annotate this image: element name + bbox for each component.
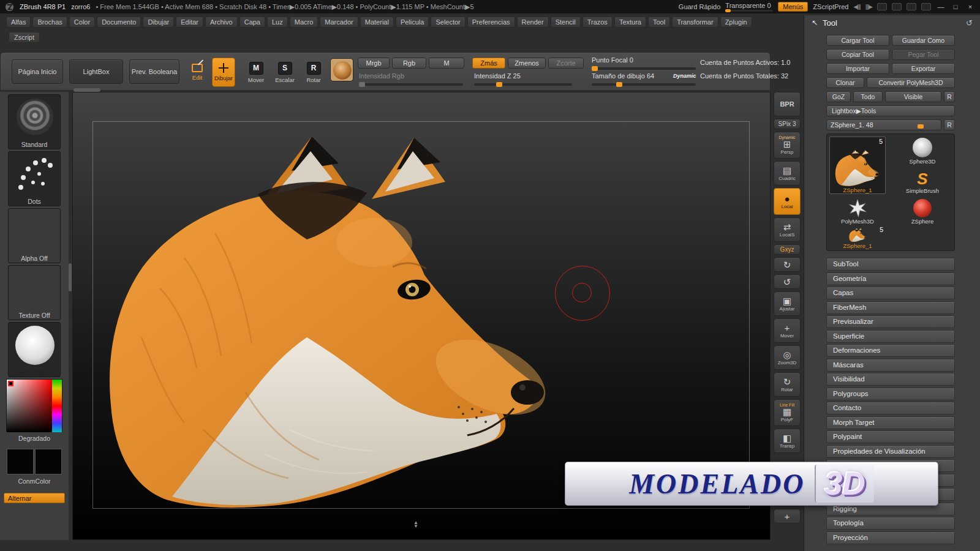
tool-name-slider[interactable]: ZSphere_1. 48	[826, 119, 941, 130]
escalar-button[interactable]: S Escalar	[273, 58, 296, 87]
section-previsualizar[interactable]: Previsualizar	[826, 315, 955, 328]
menu-stencil[interactable]: Stencil	[551, 17, 581, 28]
section-propiedades-visualizacion[interactable]: Propiedades de Visualización	[826, 445, 955, 458]
color-picker[interactable]	[6, 379, 62, 432]
menu-zplugin[interactable]: Zplugin	[720, 17, 752, 28]
alternar-button[interactable]: Alternar	[4, 493, 65, 503]
menu-editar[interactable]: Editar	[176, 17, 203, 28]
rotar-view-button[interactable]: ↻ Rotar	[774, 372, 801, 397]
tool-palette-header[interactable]: ↖ Tool ↺	[804, 15, 980, 30]
ajustar-button[interactable]: ▣ Ajustar	[774, 291, 801, 316]
menu-material[interactable]: Material	[360, 17, 394, 28]
section-capas[interactable]: Capas	[826, 287, 955, 299]
section-topologia[interactable]: Topología	[826, 517, 955, 530]
transparent-slider-dot[interactable]	[725, 9, 731, 12]
left-tray-divider-handle[interactable]	[69, 263, 72, 291]
goz-r-button[interactable]: R	[944, 91, 955, 102]
menus-button[interactable]: Menús	[778, 2, 808, 12]
convertir-polymesh3d-button[interactable]: Convertir PolyMesh3D	[867, 77, 955, 88]
tool-slider-r-button[interactable]: R	[944, 119, 955, 130]
section-visibilidad[interactable]: Visibilidad	[826, 373, 955, 386]
menu-marcador[interactable]: Marcador	[320, 17, 358, 28]
secondary-color-swatch[interactable]	[35, 449, 62, 474]
main-color-swatch[interactable]	[7, 449, 34, 474]
zsphere1-small-tool[interactable]: 5 ZSphere_1	[829, 226, 886, 249]
transparent-slider[interactable]: Transparente 0	[725, 2, 773, 12]
tray-collapse-right-icon[interactable]: ||||▶	[865, 4, 872, 10]
brush-selector[interactable]: Standard	[8, 94, 61, 149]
section-subtool[interactable]: SubTool	[826, 258, 955, 271]
close-button[interactable]: ×	[965, 3, 975, 10]
menu-transformar[interactable]: Transformar	[672, 17, 718, 28]
section-polygroups[interactable]: Polygroups	[826, 388, 955, 400]
importar-button[interactable]: Importar	[826, 63, 889, 74]
mrgb-button[interactable]: Mrgb	[358, 58, 390, 69]
alpha-selector[interactable]: Alpha Off	[8, 208, 61, 263]
rotar-button[interactable]: R Rotar	[302, 58, 325, 87]
cuadric-button[interactable]: ▤ Cuadric	[774, 161, 801, 186]
restore-config-icon[interactable]: ↺	[966, 18, 973, 28]
section-geometria[interactable]: Geometría	[826, 272, 955, 285]
menu-capa[interactable]: Capa	[239, 17, 265, 28]
persp-button[interactable]: Dynamic ⊞ Persp	[774, 132, 801, 159]
polyf-button[interactable]: Line Fill ▦ PolyF	[774, 399, 801, 426]
spix-slider[interactable]: SPix 3	[774, 119, 801, 129]
menu-selector[interactable]: Selector	[431, 17, 465, 28]
menu-zscript[interactable]: Zscript	[9, 32, 40, 43]
locals-button[interactable]: ⇄ LocalS	[774, 217, 801, 242]
menu-render[interactable]: Render	[517, 17, 549, 28]
edit-button[interactable]: Edit	[186, 58, 209, 87]
zoom3d-button[interactable]: ◎ Zoom3D	[774, 345, 801, 370]
copiar-tool-button[interactable]: Copiar Tool	[826, 49, 889, 60]
rotate-cw-button[interactable]: ↻	[774, 257, 801, 272]
zmenos-button[interactable]: Zmenos	[508, 58, 546, 69]
zscript-pred-button[interactable]: ZScriptPred	[813, 3, 848, 10]
menu-preferencias[interactable]: Preferencias	[467, 17, 515, 28]
menu-brochas[interactable]: Brochas	[32, 17, 67, 28]
visible-button[interactable]: Visible	[885, 91, 941, 102]
menu-macro[interactable]: Macro	[290, 17, 318, 28]
texture-selector[interactable]: Texture Off	[8, 265, 61, 320]
rotate-ccw-button[interactable]: ↺	[774, 274, 801, 289]
guardar-como-button[interactable]: Guardar Como	[892, 35, 955, 46]
section-morph-target[interactable]: Morph Target	[826, 416, 955, 429]
transp-button[interactable]: ◧ Transp	[774, 429, 801, 453]
section-polypaint[interactable]: Polypaint	[826, 430, 955, 443]
minimize-button[interactable]: —	[936, 3, 946, 10]
section-mascaras[interactable]: Máscaras	[826, 359, 955, 372]
tablet-icon[interactable]	[877, 3, 887, 10]
menu-documento[interactable]: Documento	[97, 17, 141, 28]
menu-luz[interactable]: Luz	[267, 17, 288, 28]
maximize-button[interactable]: □	[951, 3, 960, 10]
tray-collapse-left-icon[interactable]: ◀||||	[853, 4, 860, 10]
menu-pelicula[interactable]: Pelicula	[396, 17, 429, 28]
pegar-tool-button[interactable]: Pegar Tool	[892, 49, 955, 60]
pagina-inicio-button[interactable]: Página Inicio	[12, 59, 63, 84]
cargar-tool-button[interactable]: Cargar Tool	[826, 35, 889, 46]
hue-strip[interactable]	[52, 380, 62, 432]
zcorte-button[interactable]: Zcorte	[548, 58, 584, 69]
printer-icon[interactable]	[892, 3, 902, 10]
dibujar-button[interactable]: Dibujar	[212, 58, 235, 87]
sphere3d-tool[interactable]: Sphere3D	[893, 137, 952, 165]
current-material-preview[interactable]	[330, 58, 353, 81]
menu-dibujar[interactable]: Dibujar	[143, 17, 174, 28]
rgb-button[interactable]: Rgb	[392, 58, 426, 69]
section-deformaciones[interactable]: Deformaciones	[826, 344, 955, 357]
pen-icon[interactable]	[921, 3, 931, 10]
lightbox-tools-button[interactable]: Lightbox▶Tools	[826, 105, 955, 116]
tool-slider-dot[interactable]	[918, 124, 924, 129]
display-icon[interactable]	[907, 3, 916, 10]
simplebrush-tool[interactable]: S SimpleBrush	[893, 167, 952, 194]
tamano-dibujo-slider[interactable]	[592, 83, 696, 86]
goz-button[interactable]: GoZ	[826, 91, 851, 102]
canvas-scroll-arrows[interactable]: ▲ ▼	[413, 521, 418, 528]
zsphere-tool[interactable]: ZSphere	[893, 197, 952, 225]
punto-focal-slider[interactable]	[592, 67, 696, 70]
menu-tool[interactable]: Tool	[648, 17, 670, 28]
saturation-square[interactable]	[7, 380, 52, 432]
mover-button[interactable]: M Mover	[244, 58, 268, 87]
bpr-button[interactable]: BPR	[774, 92, 801, 116]
lightbox-button[interactable]: LightBox	[69, 59, 123, 84]
section-superficie[interactable]: Superficie	[826, 330, 955, 343]
